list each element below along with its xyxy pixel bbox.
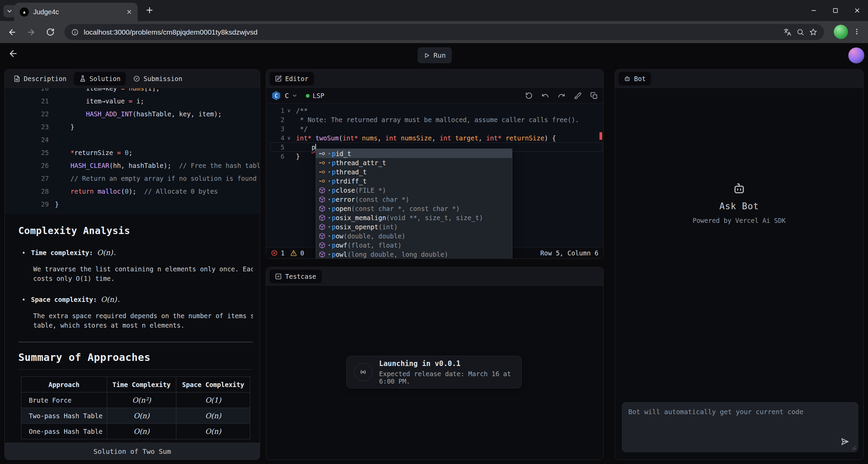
code-line: 3 */	[270, 124, 603, 133]
summary-row: Brute ForceO(n²)O(1)	[21, 392, 250, 408]
c-language-icon: C	[272, 91, 281, 100]
info-icon[interactable]	[71, 28, 79, 36]
autocomplete-item[interactable]: •pid_t	[316, 149, 512, 158]
solution-footer: Solution of Two Sum	[5, 443, 260, 460]
code-line: 25 *returnSize = 0;	[22, 146, 260, 159]
back-button[interactable]	[3, 28, 22, 37]
robot-icon	[624, 75, 631, 82]
run-label: Run	[433, 51, 446, 59]
language-select-value[interactable]: C	[285, 92, 289, 100]
app-back-button[interactable]	[8, 49, 18, 59]
editor-panel-header: Editor	[266, 70, 603, 88]
browser-menu-button[interactable]	[853, 28, 861, 35]
code-line: 24	[22, 133, 260, 146]
tab-editor[interactable]: Editor	[270, 72, 314, 85]
maximize-button[interactable]	[825, 0, 846, 21]
app-screen: ▲ Judge4c localhost:3000/problems/cm8pjq…	[0, 0, 868, 464]
solution-markdown: Complexity Analysis •Time complexity: O(…	[18, 214, 253, 439]
tab-label: Testcase	[285, 273, 316, 280]
window-controls	[803, 0, 868, 21]
code-line: 1∨/**	[270, 106, 603, 115]
cursor-position: Row 5, Column 6	[540, 249, 598, 257]
tab-label: Solution	[90, 75, 121, 82]
bot-empty-state: Ask Bot Powered by Vercel Ai SDK	[615, 181, 863, 224]
minimize-button[interactable]	[803, 0, 825, 21]
tab-submission[interactable]: Submission	[128, 72, 188, 85]
resize-handle[interactable]	[851, 445, 856, 450]
close-button[interactable]	[846, 0, 868, 21]
summary-table: ApproachTime ComplexitySpace Complexity …	[21, 376, 250, 439]
autocomplete-item[interactable]: •popen(const char *, const char *)	[316, 204, 512, 213]
translate-icon[interactable]	[784, 28, 791, 36]
chevron-down-icon[interactable]	[292, 93, 298, 99]
code-line: 29}	[22, 198, 260, 211]
complexity-item: •Space complexity: O(n).	[22, 295, 253, 304]
summary-column-header: Approach	[21, 377, 107, 392]
lsp-status-dot	[306, 94, 310, 98]
problem-panel: Description Solution Submission 20 item→…	[4, 69, 260, 460]
autocomplete-item[interactable]: •pclose(FILE *)	[316, 186, 512, 195]
code-line: 21 item→value = i;	[22, 95, 260, 108]
code-line: 20 item→key = nums[i];	[22, 88, 260, 95]
tab-description[interactable]: Description	[8, 72, 72, 85]
arrow-left-icon	[8, 28, 17, 37]
code-line: 26 HASH_CLEAR(hh, hashTable); // Free th…	[22, 159, 260, 172]
editor-panel: Editor C C LSP 1∨/**2 * Note: The return…	[266, 69, 604, 259]
editor-tools	[525, 92, 598, 99]
send-icon[interactable]	[840, 437, 850, 446]
tab-close-icon[interactable]	[126, 9, 132, 15]
maximize-icon	[832, 7, 839, 14]
reset-icon[interactable]	[525, 92, 533, 99]
bot-empty-subtitle: Powered by Vercel Ai SDK	[693, 217, 786, 224]
tab-label: Description	[24, 75, 66, 82]
error-count: 1	[281, 249, 284, 257]
user-avatar[interactable]	[848, 47, 864, 63]
bookmark-star-icon[interactable]	[809, 28, 817, 36]
complexity-paragraph: The extra space required depends on the …	[33, 311, 253, 330]
summary-row: One-pass Hash TableO(n)O(n)	[21, 424, 250, 439]
autocomplete-item[interactable]: •ptrdiff_t	[316, 176, 512, 186]
autocomplete-item[interactable]: •perror(const char *)	[316, 195, 512, 204]
tab-search-button[interactable]	[3, 5, 16, 17]
run-button[interactable]: Run	[418, 47, 452, 63]
redo-icon[interactable]	[558, 92, 565, 99]
editor-toolbar: C C LSP	[266, 88, 603, 103]
autocomplete-item[interactable]: •powf(float, float)	[316, 240, 512, 250]
robot-icon	[732, 181, 746, 196]
play-icon	[423, 52, 430, 59]
autocomplete-item[interactable]: •pthread_attr_t	[316, 158, 512, 167]
tab-label: Submission	[143, 75, 182, 82]
tab-bot[interactable]: Bot	[618, 72, 651, 85]
browser-profile-avatar[interactable]	[834, 25, 848, 39]
bot-input-container	[622, 402, 858, 452]
autocomplete-item[interactable]: •powl(long double, long double)	[316, 250, 512, 259]
bot-empty-title: Ask Bot	[719, 201, 759, 211]
code-line: 2 * Note: The returned array must be mal…	[270, 115, 603, 124]
tab-solution[interactable]: Solution	[74, 72, 126, 85]
autocomplete-popup[interactable]: •pid_t•pthread_attr_t•pthread_t•ptrdiff_…	[316, 149, 512, 259]
address-bar[interactable]: localhost:3000/problems/cm8pjqdem0001ty8…	[64, 24, 824, 40]
warning-count-icon	[290, 250, 297, 256]
edit-icon	[275, 75, 282, 82]
forward-button[interactable]	[22, 28, 41, 37]
undo-icon[interactable]	[541, 92, 549, 99]
autocomplete-item[interactable]: •pthread_t	[316, 167, 512, 176]
search-icon[interactable]	[796, 28, 804, 36]
format-brush-icon[interactable]	[574, 92, 581, 99]
copy-icon[interactable]	[590, 92, 598, 99]
new-tab-button[interactable]	[145, 6, 154, 15]
browser-tab[interactable]: ▲ Judge4c	[14, 3, 138, 21]
tab-testcase[interactable]: Testcase	[270, 270, 322, 283]
autocomplete-item[interactable]: •posix_openpt(int)	[316, 222, 512, 231]
browser-tabstrip: ▲ Judge4c	[0, 0, 868, 21]
tab-label: Editor	[285, 75, 309, 82]
launch-toast: Launching in v0.0.1 Expected release dat…	[346, 356, 522, 388]
checkbox-icon	[275, 273, 282, 280]
reload-button[interactable]	[41, 28, 60, 36]
autocomplete-item[interactable]: •posix_memalign(void **, size_t, size_t)	[316, 213, 512, 222]
toast-title: Launching in v0.0.1	[379, 360, 514, 368]
chevron-down-icon	[6, 8, 13, 15]
summary-heading: Summary of Approaches	[18, 351, 253, 370]
autocomplete-item[interactable]: •pow(double, double)	[316, 231, 512, 240]
bot-message-input[interactable]	[622, 403, 858, 452]
